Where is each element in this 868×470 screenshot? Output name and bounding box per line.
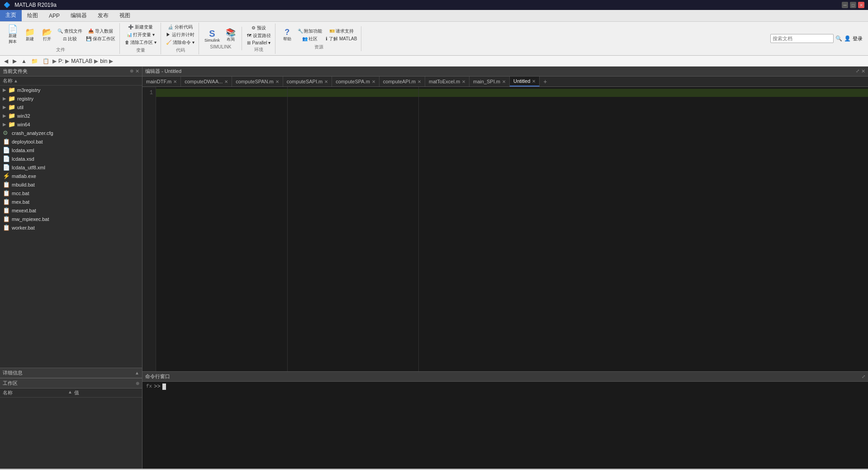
preferences-button[interactable]: ⚙ 预设 [246,24,272,32]
file-item-mbuild[interactable]: 📋 mbuild.bat [0,180,142,189]
tab-main-SPI-close[interactable]: ✕ [502,79,506,84]
find-files-button[interactable]: 🔍 查找文件 [56,28,84,35]
user-icon[interactable]: 👤 [844,35,851,42]
tab-computeAPI-close[interactable]: ✕ [417,79,421,84]
path-segment-bin[interactable]: bin [100,58,107,64]
tab-mainDTF-close[interactable]: ✕ [173,79,177,84]
import-button[interactable]: 📥 导入数据 [85,28,117,35]
minimize-button[interactable]: ─ [842,2,848,8]
tab-Untitled[interactable]: Untitled ✕ [510,77,540,86]
file-item-lcdata-xml[interactable]: 📄 lcdata.xml [0,146,142,154]
request-support-label: 🎫 请求支持 [329,28,354,34]
file-item-registry[interactable]: ▶ 📁 registry [0,94,142,103]
expand-registry-icon[interactable]: ▶ [3,96,6,101]
clear-workspace-button[interactable]: 🗑 清除工作区 ▾ [123,39,158,46]
tab-matToExcel[interactable]: matToExcel.m ✕ [425,77,470,86]
file-item-win64[interactable]: ▶ 📁 win64 [0,120,142,129]
tab-add-button[interactable]: + [540,77,550,86]
tab-computeDWAA-close[interactable]: ✕ [224,79,228,84]
menu-item-plot[interactable]: 绘图 [22,10,43,21]
new-script-button[interactable]: 📄 新建脚本 [5,24,21,46]
menu-item-app[interactable]: APP [43,10,65,21]
tab-Untitled-close[interactable]: ✕ [532,79,536,84]
search-input[interactable] [770,34,834,43]
request-support-button[interactable]: 🎫 请求支持 [324,28,358,35]
tab-matToExcel-close[interactable]: ✕ [462,79,465,84]
file-item-deploytool[interactable]: 📋 deploytool.bat [0,137,142,146]
detail-collapse-icon[interactable]: ▲ [135,370,139,375]
login-label[interactable]: 登录 [853,35,863,42]
nav-forward-button[interactable]: ▶ [11,58,18,65]
file-item-lcdata-utf8[interactable]: 📄 lcdata_utf8.xml [0,163,142,172]
learn-matlab-button[interactable]: ℹ 了解 MATLAB [324,35,358,43]
file-item-mw-mpiexec[interactable]: 📋 mw_mpiexec.bat [0,215,142,223]
analyze-code-button[interactable]: 🔬 分析代码 [165,24,196,31]
file-item-m3registry[interactable]: ▶ 📁 m3registry [0,86,142,94]
file-browser-close-icon[interactable]: ✕ [135,68,139,74]
clear-commands-button[interactable]: 🧹 清除命令 ▾ [165,39,196,46]
file-item-crash-analyzer[interactable]: ⚙ crash_analyzer.cfg [0,129,142,137]
nav-up-button[interactable]: ▲ [20,58,28,65]
community-button[interactable]: 👥 社区 [296,35,324,43]
menu-item-publish[interactable]: 发布 [92,10,114,21]
col-name-sort-icon[interactable]: ▲ [14,78,18,83]
expand-win32-icon[interactable]: ▶ [3,113,6,118]
help-button[interactable]: ? 帮助 [279,27,295,43]
workspace-expand-icon[interactable]: ⊕ [136,381,139,386]
file-item-mex[interactable]: 📋 mex.bat [0,197,142,206]
file-item-util[interactable]: ▶ 📁 util [0,103,142,111]
command-expand-icon[interactable]: ⤢ [862,374,865,379]
path-segment-matlab[interactable]: MATLAB [71,58,92,64]
set-path-button[interactable]: 🗺 设置路径 [246,32,272,39]
file-item-worker[interactable]: 📋 worker.bat [0,223,142,232]
maximize-button[interactable]: □ [850,2,856,8]
open-variable-button[interactable]: 📊 打开变量 ▾ [123,31,158,38]
new-variable-button[interactable]: ➕ 新建变量 [123,24,158,31]
col-name-label: 名称 [3,77,13,84]
path-segment-p[interactable]: P: [58,58,63,64]
file-browser-expand-icon[interactable]: ⊕ [130,68,133,74]
file-item-win32[interactable]: ▶ 📁 win32 [0,111,142,120]
nav-back-button[interactable]: ◀ [3,58,9,65]
tab-computeSPA-close[interactable]: ✕ [372,79,375,84]
file-item-mcc[interactable]: 📋 mcc.bat [0,189,142,197]
command-content[interactable]: fx >> [142,382,868,467]
tab-computeSPAN-close[interactable]: ✕ [275,79,279,84]
expand-win64-icon[interactable]: ▶ [3,122,6,127]
library-button[interactable]: 📚 布局 [223,28,239,43]
tab-mainDTF[interactable]: mainDTF.m ✕ [142,77,181,86]
menu-item-editor[interactable]: 编辑器 [65,10,92,21]
compare-button[interactable]: ⚖ 比较 [56,35,84,43]
menu-item-home[interactable]: 主页 [0,10,22,21]
tab-computeSAPI-close[interactable]: ✕ [324,79,328,84]
tab-main-SPI[interactable]: main_SPI.m ✕ [470,77,510,86]
file-item-mexext[interactable]: 📋 mexext.bat [0,206,142,215]
expand-m3registry-icon[interactable]: ▶ [3,87,6,92]
workspace-col-sort-icon[interactable]: ▲ [68,389,72,396]
nav-clipboard-button[interactable]: 📋 [41,58,51,65]
expand-util-icon[interactable]: ▶ [3,105,6,110]
parallel-button[interactable]: ⊞ Parallel ▾ [246,40,272,46]
code-area[interactable] [156,87,868,371]
tab-computeSPAN[interactable]: computeSPAN.m ✕ [232,77,283,86]
addons-button[interactable]: 🔧 附加功能 [296,28,324,35]
save-workspace-button[interactable]: 💾 保存工作区 [85,35,117,43]
nav-folder-button[interactable]: 📁 [30,58,39,65]
editor-expand-icon[interactable]: ⤢ [856,68,859,74]
tab-computeAPI[interactable]: computeAPI.m ✕ [379,77,425,86]
run-and-time-button[interactable]: ▶ 运行并计时 [165,31,196,38]
tab-computeSPA[interactable]: computeSPA.m ✕ [332,77,379,86]
editor-close-icon[interactable]: ✕ [861,68,865,74]
tab-computeSAPI[interactable]: computeSAPI.m ✕ [283,77,332,86]
file-item-lcdata-xsd[interactable]: 📄 lcdata.xsd [0,154,142,163]
simulink-button[interactable]: S Simulink [203,28,222,43]
search-icon[interactable]: 🔍 [835,35,842,42]
open-button[interactable]: 📂 打开 [39,27,55,43]
close-button[interactable]: ✕ [858,2,864,8]
tab-computeDWAA[interactable]: computeDWAA... ✕ [181,77,232,86]
command-cursor[interactable] [162,384,166,390]
folder-win64-icon: 📁 [8,121,15,128]
file-item-matlab-exe[interactable]: ⚡ matlab.exe [0,172,142,180]
new-button[interactable]: 📁 新建 [22,27,38,43]
menu-item-view[interactable]: 视图 [114,10,136,21]
